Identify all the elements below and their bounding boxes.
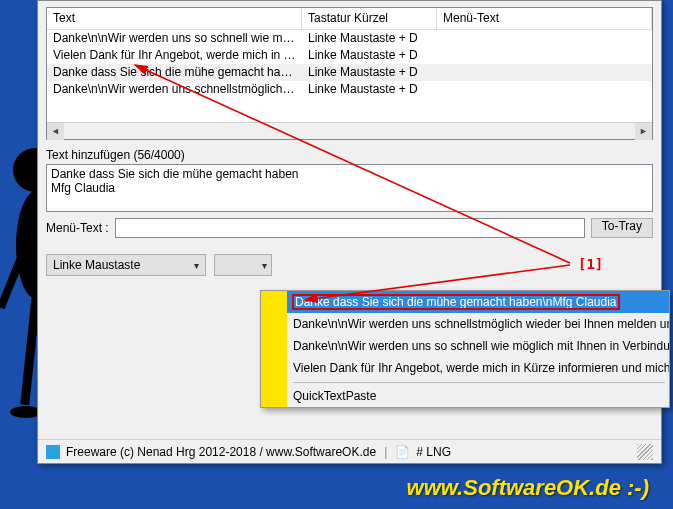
table-row[interactable]: Danke dass Sie sich die mühe gemacht hab… [47, 64, 652, 81]
to-tray-button[interactable]: To-Tray [591, 218, 653, 238]
status-freeware-text: Freeware (c) Nenad Hrg 2012-2018 / www.S… [66, 445, 376, 459]
menu-gutter-icon [261, 313, 287, 335]
context-menu: Danke dass Sie sich die mühe gemacht hab… [260, 290, 670, 408]
menu-text-label: Menü-Text : [46, 221, 109, 235]
text-listview[interactable]: Text Tastatur Kürzel Menü-Text Danke\n\n… [46, 7, 653, 140]
menu-item[interactable]: Vielen Dank für Ihr Angebot, werde mich … [261, 357, 669, 379]
column-header-text[interactable]: Text [47, 8, 302, 29]
column-header-menutext[interactable]: Menü-Text [437, 8, 652, 29]
menu-gutter-icon [261, 335, 287, 357]
menu-item-appname[interactable]: QuickTextPaste [261, 385, 669, 407]
menu-item[interactable]: Danke dass Sie sich die mühe gemacht hab… [261, 291, 669, 313]
menu-gutter-icon [261, 291, 287, 313]
scroll-left-icon[interactable]: ◄ [47, 123, 64, 140]
svg-rect-3 [0, 251, 27, 310]
table-row[interactable]: Vielen Dank für Ihr Angebot, werde mich … [47, 47, 652, 64]
menu-gutter-icon [261, 357, 287, 379]
table-row[interactable]: Danke\n\nWir werden uns schnellstmöglich… [47, 81, 652, 98]
menu-gutter-icon [261, 385, 287, 407]
resize-grip-icon[interactable] [637, 444, 653, 460]
footer-url: www.SoftwareOK.de :-) [407, 475, 649, 501]
app-icon [46, 445, 60, 459]
annotation-label: [1] [578, 256, 603, 272]
table-row[interactable]: Danke\n\nWir werden uns so schnell wie m… [47, 30, 652, 47]
menu-item[interactable]: Danke\n\nWir werden uns schnellstmöglich… [261, 313, 669, 335]
add-text-textarea[interactable]: Danke dass Sie sich die mühe gemacht hab… [46, 164, 653, 212]
horizontal-scrollbar[interactable]: ◄ ► [47, 122, 652, 139]
column-header-keyboard[interactable]: Tastatur Kürzel [302, 8, 437, 29]
add-text-label: Text hinzufügen (56/4000) [46, 146, 653, 164]
chevron-down-icon: ▾ [262, 260, 267, 271]
listview-header: Text Tastatur Kürzel Menü-Text [47, 8, 652, 30]
menu-item[interactable]: Danke\n\nWir werden uns so schnell wie m… [261, 335, 669, 357]
listview-body: Danke\n\nWir werden uns so schnell wie m… [47, 30, 652, 122]
status-bar: Freeware (c) Nenad Hrg 2012-2018 / www.S… [38, 439, 661, 463]
hotkey-mouse-combo[interactable]: Linke Maustaste ▾ [46, 254, 206, 276]
chevron-down-icon: ▾ [194, 260, 199, 271]
scroll-right-icon[interactable]: ► [635, 123, 652, 140]
menu-text-input[interactable] [115, 218, 585, 238]
hotkey-key-combo[interactable]: ▾ [214, 254, 272, 276]
status-language-link[interactable]: # LNG [416, 445, 451, 459]
